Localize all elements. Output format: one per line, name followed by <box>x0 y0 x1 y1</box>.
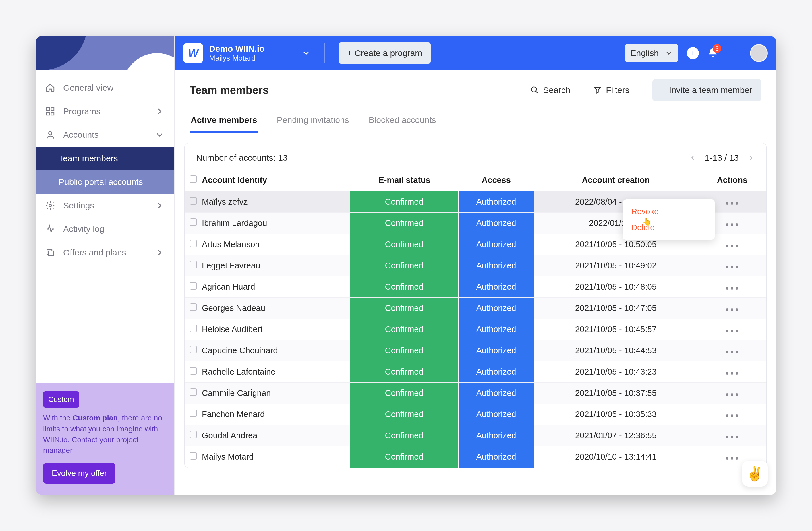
row-actions-menu: Revoke Delete <box>623 200 715 240</box>
row-actions-button[interactable] <box>726 436 738 438</box>
col-email: E-mail status <box>350 169 459 191</box>
nav-general-view[interactable]: General view <box>35 76 174 100</box>
avatar[interactable] <box>750 44 768 62</box>
search-button[interactable]: Search <box>530 85 570 95</box>
row-checkbox[interactable] <box>189 388 197 396</box>
row-checkbox[interactable] <box>189 346 197 353</box>
cursor-icon: 👆 <box>642 217 652 226</box>
cell-created: 2021/10/05 - 10:44:53 <box>534 340 698 362</box>
row-checkbox[interactable] <box>189 197 197 205</box>
row-actions-button[interactable] <box>726 414 738 417</box>
language-select[interactable]: English <box>625 44 678 62</box>
row-actions-button[interactable] <box>726 287 738 290</box>
row-checkbox[interactable] <box>189 452 197 459</box>
notifications-button[interactable]: 3 <box>708 47 719 59</box>
email-status: Confirmed <box>350 319 459 340</box>
nav-programs[interactable]: Programs <box>35 100 174 123</box>
divider <box>324 43 325 63</box>
info-icon[interactable]: i <box>687 47 699 59</box>
nav-team-members[interactable]: Team members <box>35 147 174 170</box>
access-status: Authorized <box>459 383 534 403</box>
email-status: Confirmed <box>350 404 459 425</box>
nav-settings[interactable]: Settings <box>35 194 174 217</box>
brand[interactable]: W Demo WIIN.io Mailys Motard <box>183 43 310 63</box>
access-status: Authorized <box>459 362 534 382</box>
access-status: Authorized <box>459 425 534 446</box>
cell-name: Maïlys zefvz <box>202 191 350 213</box>
row-checkbox[interactable] <box>189 325 197 332</box>
chevron-down-icon[interactable] <box>302 49 310 57</box>
access-status: Authorized <box>459 234 534 255</box>
row-checkbox[interactable] <box>189 304 197 311</box>
row-actions-button[interactable] <box>726 372 738 374</box>
email-status: Confirmed <box>350 255 459 276</box>
row-checkbox[interactable] <box>189 367 197 374</box>
sidebar-nav: General view Programs Accounts Team memb… <box>35 70 174 383</box>
row-checkbox[interactable] <box>189 261 197 268</box>
row-checkbox[interactable] <box>189 218 197 226</box>
nav-offers[interactable]: Offers and plans <box>35 241 174 264</box>
email-status: Confirmed <box>350 383 459 403</box>
page-header: Team members Search Filters + Invite a t… <box>175 70 777 104</box>
nav-accounts[interactable]: Accounts <box>35 123 174 147</box>
select-all-checkbox[interactable] <box>189 175 197 183</box>
row-actions-button[interactable] <box>726 457 738 459</box>
cell-name: Georges Nadeau <box>202 298 350 319</box>
svg-rect-3 <box>51 112 54 115</box>
chevron-right-icon <box>155 106 164 116</box>
cell-name: Mailys Motard <box>202 446 350 468</box>
nav-label: Accounts <box>63 130 99 140</box>
sidebar: General view Programs Accounts Team memb… <box>35 36 175 495</box>
offer-panel: Custom With the Custom plan, there are n… <box>35 383 174 495</box>
menu-revoke[interactable]: Revoke <box>623 204 715 220</box>
email-status: Confirmed <box>350 276 459 297</box>
row-actions-button[interactable] <box>726 329 738 332</box>
row-checkbox[interactable] <box>189 240 197 247</box>
tab-blocked[interactable]: Blocked accounts <box>367 110 437 133</box>
table-row: Georges NadeauConfirmedAuthorized2021/10… <box>185 298 766 319</box>
access-status: Authorized <box>459 191 534 212</box>
evolve-offer-button[interactable]: Evolve my offer <box>43 463 115 484</box>
access-status: Authorized <box>459 213 534 234</box>
svg-point-4 <box>48 132 52 135</box>
tab-pending[interactable]: Pending invitations <box>276 110 350 133</box>
cell-created: 2021/10/05 - 10:45:57 <box>534 319 698 340</box>
access-status: Authorized <box>459 276 534 297</box>
nav-activity-log[interactable]: Activity log <box>35 217 174 241</box>
row-actions-button[interactable] <box>726 393 738 396</box>
chevron-left-icon[interactable] <box>689 154 696 162</box>
grid-icon <box>45 106 55 116</box>
invite-member-button[interactable]: + Invite a team member <box>652 79 762 101</box>
table-row: Rachelle LafontaineConfirmedAuthorized20… <box>185 362 766 383</box>
row-actions-button[interactable] <box>726 223 738 226</box>
filter-icon <box>593 86 602 94</box>
row-checkbox[interactable] <box>189 410 197 417</box>
menu-delete[interactable]: Delete <box>623 220 715 236</box>
row-actions-button[interactable] <box>726 266 738 268</box>
email-status: Confirmed <box>350 191 459 212</box>
nav-label: Settings <box>63 201 94 210</box>
table-row: Mailys MotardConfirmedAuthorized2020/10/… <box>185 446 766 468</box>
nav-public-portal[interactable]: Public portal accounts <box>35 170 174 194</box>
tab-active-members[interactable]: Active members <box>189 110 258 133</box>
members-card: Number of accounts: 13 1-13 / 13 Account… <box>184 143 767 468</box>
gear-icon <box>45 201 55 210</box>
table-row: Goudal AndreaConfirmedAuthorized2021/01/… <box>185 425 766 446</box>
row-actions-button[interactable] <box>726 202 738 205</box>
cell-name: Cammile Carignan <box>202 383 350 404</box>
account-count: Number of accounts: 13 <box>196 153 288 163</box>
main: W Demo WIIN.io Mailys Motard + Create a … <box>175 36 777 495</box>
filters-button[interactable]: Filters <box>593 85 629 95</box>
row-actions-button[interactable] <box>726 351 738 353</box>
chevron-down-icon <box>665 49 672 57</box>
chevron-right-icon[interactable] <box>748 154 755 162</box>
svg-rect-6 <box>48 251 54 256</box>
row-actions-button[interactable] <box>726 245 738 247</box>
email-status: Confirmed <box>350 298 459 319</box>
create-program-button[interactable]: + Create a program <box>338 43 431 64</box>
feedback-button[interactable]: ✌️ <box>742 461 768 487</box>
row-checkbox[interactable] <box>189 282 197 290</box>
row-actions-button[interactable] <box>726 308 738 311</box>
svg-rect-2 <box>46 112 49 115</box>
row-checkbox[interactable] <box>189 431 197 438</box>
